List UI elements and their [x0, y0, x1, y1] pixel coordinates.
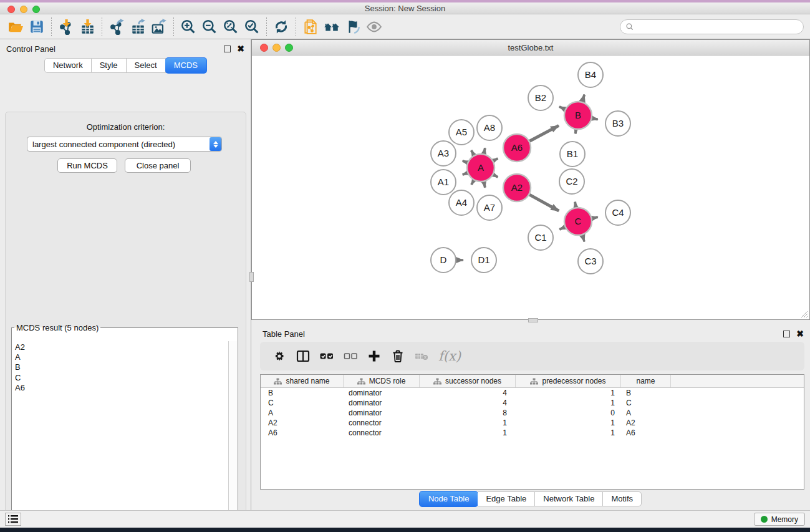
node-B[interactable]: B	[564, 102, 592, 129]
table-cell[interactable]: connector	[344, 418, 420, 427]
tab-select[interactable]: Select	[127, 58, 166, 73]
node-A6[interactable]: A6	[503, 134, 531, 162]
edge-A-A5[interactable]	[471, 150, 474, 155]
table-header-row[interactable]: shared nameMCDS rolesuccessor nodesprede…	[261, 375, 804, 388]
mcds-result-item[interactable]: C	[15, 373, 228, 383]
node-A1[interactable]: A1	[431, 170, 456, 195]
import-table-icon[interactable]	[77, 17, 98, 37]
zoom-out-icon[interactable]	[199, 17, 220, 37]
tab-network-table[interactable]: Network Table	[535, 491, 603, 506]
table-cell[interactable]: 1	[516, 428, 621, 437]
delete-column-icon[interactable]	[387, 345, 408, 367]
column-header-successor-nodes[interactable]: successor nodes	[420, 375, 516, 387]
tab-motifs[interactable]: Motifs	[603, 491, 642, 506]
home-icon[interactable]	[321, 17, 342, 37]
search-input[interactable]	[634, 21, 803, 33]
edge-B-B4[interactable]	[582, 95, 585, 102]
node-B2[interactable]: B2	[528, 85, 553, 110]
table-cell[interactable]: 1	[420, 418, 516, 427]
edge-A-A8[interactable]	[484, 148, 485, 153]
memory-button[interactable]: Memory	[754, 513, 805, 526]
vertical-splitter-grip[interactable]	[249, 272, 254, 282]
network-window-titlebar[interactable]: testGlobe.txt	[252, 40, 809, 56]
zoom-selected-icon[interactable]	[241, 17, 263, 37]
zoom-fit-icon[interactable]	[220, 17, 241, 37]
close-window-icon[interactable]	[7, 6, 15, 13]
edge-A-A6[interactable]	[493, 158, 498, 161]
edge-A-A1[interactable]	[463, 173, 468, 175]
deselect-all-icon[interactable]	[340, 345, 361, 367]
edge-B-B2[interactable]	[559, 107, 565, 109]
table-cell[interactable]: dominator	[344, 409, 420, 417]
app-titlebar[interactable]: Session: New Session	[0, 2, 810, 14]
node-A4[interactable]: A4	[449, 190, 474, 215]
export-image-icon[interactable]	[148, 17, 170, 37]
table-cell[interactable]: 8	[420, 409, 516, 417]
edge-C-C2[interactable]	[575, 202, 576, 208]
edge-A6-B[interactable]	[529, 125, 559, 141]
task-history-button[interactable]	[5, 513, 21, 526]
network-view-window[interactable]: testGlobe.txt B4B2BB3A8A5A6B1A3AA1C2A2A4…	[251, 39, 810, 320]
tab-network[interactable]: Network	[44, 58, 92, 73]
network-close-icon[interactable]	[260, 44, 268, 52]
minimize-window-icon[interactable]	[20, 6, 27, 13]
save-session-icon[interactable]	[26, 17, 47, 37]
node-A[interactable]: A	[467, 154, 494, 181]
column-header-predecessor-nodes[interactable]: predecessor nodes	[516, 375, 621, 387]
close-panel-button[interactable]: Close panel	[125, 158, 191, 173]
mcds-result-item[interactable]: A	[15, 352, 228, 362]
node-D1[interactable]: D1	[471, 248, 496, 273]
export-network-icon[interactable]	[106, 17, 127, 37]
float-panel-icon[interactable]	[224, 46, 231, 52]
node-C3[interactable]: C3	[578, 249, 603, 274]
table-cell[interactable]: A	[621, 409, 671, 417]
table-row[interactable]: Adominator80A	[261, 408, 804, 418]
node-A3[interactable]: A3	[431, 141, 456, 166]
table-cell[interactable]: 4	[420, 399, 516, 407]
node-B4[interactable]: B4	[578, 62, 603, 87]
mcds-result-item[interactable]: B	[15, 362, 228, 372]
zoom-in-icon[interactable]	[178, 17, 199, 37]
table-cell[interactable]: 0	[516, 409, 621, 417]
table-cell[interactable]: A2	[261, 418, 344, 427]
open-file-icon[interactable]	[5, 17, 26, 37]
hide-graphics-icon[interactable]	[342, 17, 364, 37]
edge-C-C1[interactable]	[559, 227, 565, 230]
table-cell[interactable]: 1	[420, 428, 516, 437]
node-A8[interactable]: A8	[477, 115, 502, 140]
tab-edge-table[interactable]: Edge Table	[478, 491, 535, 506]
table-cell[interactable]: C	[261, 399, 344, 407]
table-cell[interactable]: A2	[621, 418, 671, 427]
table-body[interactable]: Bdominator41BCdominator41CAdominator80AA…	[261, 388, 804, 438]
table-cell[interactable]: C	[621, 399, 671, 407]
mcds-result-item[interactable]: A6	[15, 383, 228, 393]
table-row[interactable]: Cdominator41C	[261, 398, 804, 408]
table-cell[interactable]: 1	[516, 389, 621, 397]
network-minimize-icon[interactable]	[272, 44, 281, 52]
mcds-result-list[interactable]: A2ABCA6	[12, 341, 228, 532]
mcds-result-item[interactable]: A2	[15, 342, 228, 352]
table-cell[interactable]: B	[621, 389, 671, 397]
node-C4[interactable]: C4	[605, 200, 630, 225]
table-cell[interactable]: connector	[344, 428, 420, 437]
table-row[interactable]: A6connector11A6	[261, 428, 804, 438]
select-all-icon[interactable]	[316, 345, 337, 367]
node-C2[interactable]: C2	[559, 169, 584, 194]
table-cell[interactable]: A	[261, 409, 344, 417]
table-close-icon[interactable]: ✖	[796, 331, 804, 337]
table-row[interactable]: A2connector11A2	[261, 418, 804, 428]
tab-mcds[interactable]: MCDS	[165, 57, 207, 74]
horizontal-splitter-grip[interactable]	[528, 318, 538, 322]
node-C[interactable]: C	[564, 208, 592, 235]
table-cell[interactable]: A6	[261, 428, 344, 437]
edge-A-A2[interactable]	[493, 175, 498, 177]
edge-A2-C[interactable]	[529, 195, 559, 211]
tab-style[interactable]: Style	[92, 58, 127, 73]
table-cell[interactable]: 1	[516, 418, 621, 427]
column-header-name[interactable]: name	[621, 375, 671, 387]
node-table[interactable]: shared nameMCDS rolesuccessor nodesprede…	[260, 374, 804, 490]
resize-grip-icon[interactable]	[801, 311, 808, 318]
add-column-icon[interactable]	[364, 345, 385, 367]
table-cell[interactable]: dominator	[344, 399, 420, 407]
import-network-icon[interactable]	[55, 17, 77, 37]
